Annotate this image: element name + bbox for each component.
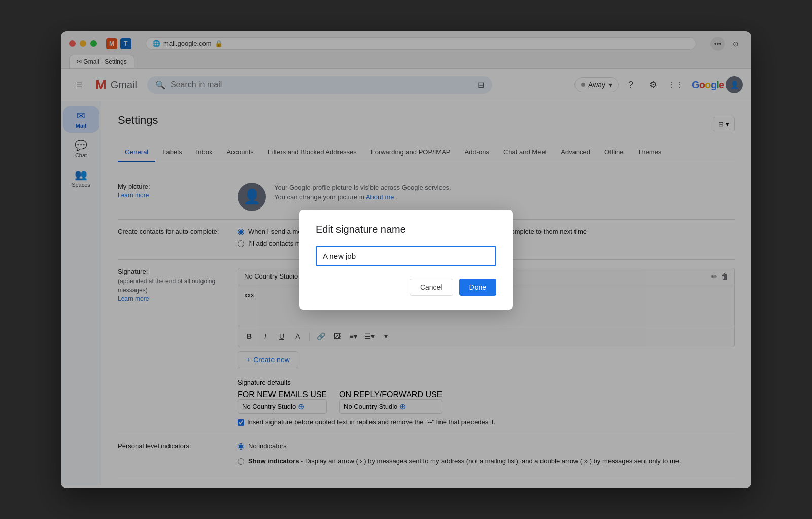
edit-signature-modal: Edit signature name Cancel Done: [299, 210, 513, 310]
modal-title: Edit signature name: [316, 224, 496, 235]
signature-name-input[interactable]: [316, 246, 496, 266]
done-button[interactable]: Done: [459, 279, 496, 296]
modal-buttons: Cancel Done: [316, 279, 496, 296]
modal-overlay[interactable]: Edit signature name Cancel Done: [0, 0, 812, 519]
cancel-button[interactable]: Cancel: [410, 279, 453, 296]
